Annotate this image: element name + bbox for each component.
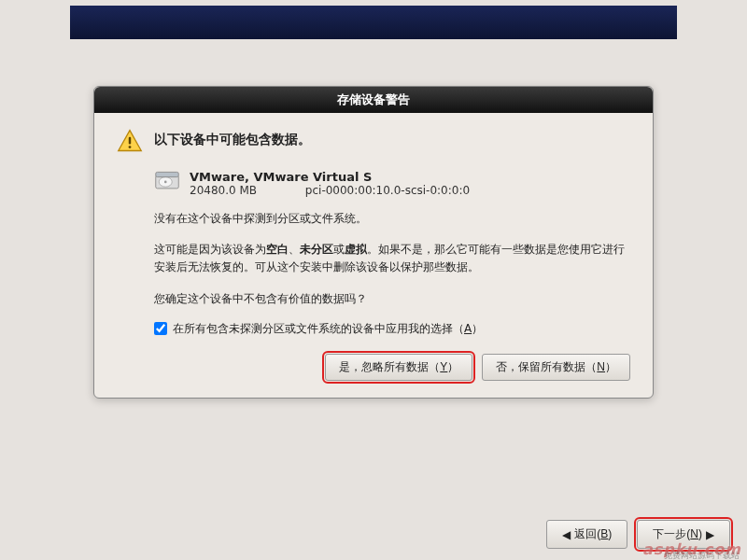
- arrow-right-icon: ▶: [706, 528, 714, 541]
- device-meta: 20480.0 MB pci-0000:00:10.0-scsi-0:0:0:0: [190, 184, 470, 197]
- para2-unpartitioned: 未分区: [300, 243, 333, 256]
- no-pre: 否，保留所有数据（: [496, 360, 597, 373]
- no-key: N: [597, 360, 605, 373]
- no-post: ）: [605, 360, 616, 373]
- apply-all-checkbox[interactable]: [154, 322, 167, 335]
- apply-all-label: 在所有包含未探测分区或文件系统的设备中应用我的选择（A）: [173, 321, 483, 337]
- confirm-question: 您确定这个设备中不包含有价值的数据吗？: [154, 290, 630, 308]
- device-info: VMware, VMware Virtual S 20480.0 MB pci-…: [190, 170, 470, 197]
- back-button[interactable]: ◀ 返回(B): [546, 520, 627, 549]
- arrow-left-icon: ◀: [562, 528, 571, 541]
- dialog-body: 以下设备中可能包含数据。 VMware, VMware Virtual S 20…: [94, 113, 653, 398]
- svg-point-1: [129, 146, 132, 148]
- next-pre: 下一步(: [653, 527, 690, 540]
- back-label: 返回(B): [574, 526, 612, 542]
- next-key: N: [690, 527, 698, 540]
- checkbox-label-post: ）: [472, 322, 483, 335]
- storage-warning-dialog: 存储设备警告 以下设备中可能包含数据。: [93, 86, 654, 399]
- checkbox-key: A: [464, 322, 472, 335]
- device-name: VMware, VMware Virtual S: [190, 170, 470, 184]
- dialog-title: 存储设备警告: [94, 87, 653, 113]
- checkbox-label-pre: 在所有包含未探测分区或文件系统的设备中应用我的选择（: [173, 322, 464, 335]
- dialog-header: 以下设备中可能包含数据。: [117, 128, 630, 157]
- apply-all-checkbox-row[interactable]: 在所有包含未探测分区或文件系统的设备中应用我的选择（A）: [154, 321, 630, 337]
- back-pre: 返回(: [574, 527, 600, 540]
- device-path: pci-0000:00:10.0-scsi-0:0:0:0: [305, 184, 470, 197]
- no-keep-button[interactable]: 否，保留所有数据（N）: [482, 354, 630, 381]
- svg-rect-0: [129, 137, 131, 145]
- dialog-button-row: 是，忽略所有数据（Y） 否，保留所有数据（N）: [154, 354, 630, 381]
- next-post: ): [698, 527, 702, 540]
- watermark-sub: 免费网站源码下载站: [664, 550, 740, 560]
- para2-pre: 这可能是因为该设备为: [154, 243, 266, 256]
- para2-virtual: 虚拟: [345, 243, 367, 256]
- dialog-heading: 以下设备中可能包含数据。: [154, 128, 311, 148]
- para2-sep2: 或: [333, 243, 345, 256]
- device-size: 20480.0 MB: [190, 184, 302, 197]
- top-banner: [70, 6, 677, 39]
- device-row: VMware, VMware Virtual S 20480.0 MB pci-…: [154, 170, 630, 197]
- para2-blank: 空白: [266, 243, 289, 256]
- svg-rect-5: [156, 172, 179, 176]
- para2-sep1: 、: [289, 243, 300, 256]
- yes-discard-button[interactable]: 是，忽略所有数据（Y）: [325, 354, 472, 381]
- yes-post: ）: [447, 360, 458, 373]
- yes-pre: 是，忽略所有数据（: [339, 360, 440, 373]
- hard-disk-icon: [154, 170, 180, 195]
- back-post: ): [608, 527, 612, 540]
- warning-icon: [117, 128, 143, 157]
- svg-point-4: [164, 181, 167, 184]
- warning-text-1: 没有在这个设备中探测到分区或文件系统。: [154, 210, 630, 228]
- warning-text-2: 这可能是因为该设备为空白、未分区或虚拟。如果不是，那么它可能有一些数据是您使用它…: [154, 241, 630, 276]
